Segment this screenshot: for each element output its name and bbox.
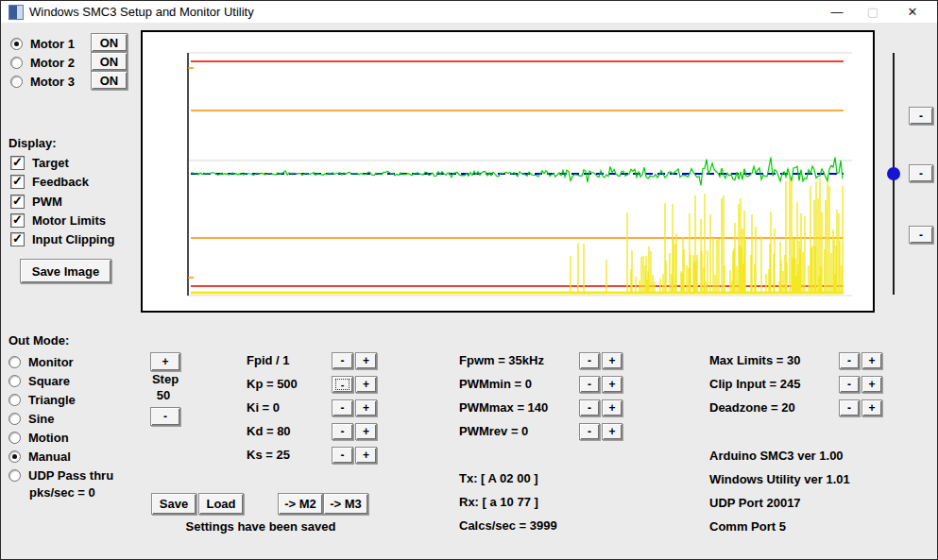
- max-limits-plus-button[interactable]: +: [861, 352, 882, 369]
- rx-readout: Rx: [ a 10 77 ]: [459, 495, 538, 509]
- max-limits-minus-button[interactable]: -: [839, 352, 860, 369]
- slider-minus-button-mid[interactable]: -: [909, 164, 933, 182]
- max-limits-value: Max Limits = 30: [709, 353, 800, 367]
- display-input-clipping-row[interactable]: Input Clipping: [10, 231, 114, 246]
- input-clipping-checkbox[interactable]: [10, 232, 25, 246]
- tx-readout: Tx: [ A 02 00 ]: [459, 471, 538, 485]
- display-motor-limits-row[interactable]: Motor Limits: [10, 212, 106, 228]
- app-window: Windows SMC3 Setup and Monitor Utility —…: [0, 0, 938, 560]
- step-value: 50: [145, 388, 182, 402]
- motor-3-radio[interactable]: [10, 76, 23, 88]
- save-button[interactable]: Save: [151, 493, 196, 515]
- kp-minus-focus-rect: -: [335, 379, 350, 390]
- pwmmax-minus-button[interactable]: -: [579, 399, 600, 416]
- ks-plus-button[interactable]: +: [355, 447, 377, 464]
- monitor-plot-svg: [143, 32, 873, 311]
- feedback-checkbox[interactable]: [10, 175, 25, 189]
- monitor-radio[interactable]: [9, 356, 21, 368]
- fpid-plus-button[interactable]: +: [355, 352, 377, 369]
- out-mode-manual-row[interactable]: Manual: [9, 449, 71, 464]
- udp-pass-thru-label: UDP Pass thru: [28, 468, 113, 483]
- feedback-label: Feedback: [32, 175, 89, 189]
- ki-minus-button[interactable]: -: [332, 399, 353, 416]
- motor-3-radio-row[interactable]: Motor 3: [10, 74, 75, 89]
- ks-minus-button[interactable]: -: [332, 447, 353, 464]
- out-mode-monitor-row[interactable]: Monitor: [9, 354, 74, 369]
- pwmmax-value: PWMmax = 140: [459, 400, 548, 415]
- motor-2-radio[interactable]: [10, 57, 23, 69]
- to-m2-button[interactable]: -> M2: [278, 493, 323, 515]
- kp-minus-button[interactable]: -: [332, 376, 353, 393]
- motor-2-radio-row[interactable]: Motor 2: [10, 55, 75, 70]
- square-label: Square: [28, 374, 70, 388]
- motor-1-radio[interactable]: [10, 38, 23, 50]
- motor-2-on-button[interactable]: ON: [91, 52, 128, 71]
- out-mode-header: Out Mode:: [9, 333, 69, 348]
- step-plus-button[interactable]: +: [150, 352, 180, 371]
- comm-port-text: Comm Port 5: [709, 519, 786, 534]
- sine-label: Sine: [28, 412, 54, 426]
- clip-input-minus-button[interactable]: -: [839, 376, 860, 393]
- display-target-row[interactable]: Target: [10, 155, 69, 170]
- ks-value: Ks = 25: [247, 448, 290, 462]
- clip-input-value: Clip Input = 245: [709, 377, 800, 391]
- load-button[interactable]: Load: [198, 493, 244, 515]
- save-image-button[interactable]: Save Image: [20, 259, 111, 283]
- out-mode-triangle-row[interactable]: Triangle: [9, 392, 76, 407]
- fpwm-minus-button[interactable]: -: [579, 352, 600, 369]
- to-m3-button[interactable]: -> M3: [323, 493, 368, 515]
- motor-1-on-button[interactable]: ON: [91, 33, 128, 52]
- fpwm-value: Fpwm = 35kHz: [459, 353, 544, 367]
- motor-limits-label: Motor Limits: [32, 213, 106, 228]
- scale-slider-thumb[interactable]: [887, 167, 900, 180]
- minimize-button[interactable]: —: [819, 1, 855, 22]
- slider-minus-button-top[interactable]: -: [909, 107, 933, 125]
- windows-utility-version-text: Windows Utility ver 1.01: [709, 472, 850, 486]
- square-radio[interactable]: [9, 375, 21, 387]
- settings-status-text: Settings have been saved: [152, 519, 369, 534]
- pwmmin-value: PWMmin = 0: [459, 377, 532, 391]
- clip-input-plus-button[interactable]: +: [861, 376, 882, 393]
- motion-label: Motion: [28, 431, 69, 445]
- pwmrev-plus-button[interactable]: +: [602, 423, 622, 440]
- close-button[interactable]: ✕: [895, 1, 930, 22]
- fpid-minus-button[interactable]: -: [332, 352, 353, 369]
- target-checkbox[interactable]: [10, 156, 25, 170]
- deadzone-plus-button[interactable]: +: [861, 399, 882, 416]
- motor-1-radio-row[interactable]: Motor 1: [10, 36, 75, 51]
- triangle-radio[interactable]: [9, 394, 21, 406]
- maximize-button[interactable]: ▢: [855, 1, 891, 22]
- out-mode-sine-row[interactable]: Sine: [9, 411, 54, 426]
- step-label: Step: [145, 372, 186, 386]
- step-minus-button[interactable]: -: [150, 407, 180, 426]
- monitor-plot: [141, 30, 875, 313]
- out-mode-udp-row[interactable]: UDP Pass thru: [9, 467, 113, 483]
- deadzone-minus-button[interactable]: -: [839, 399, 860, 416]
- pwmmin-plus-button[interactable]: +: [602, 376, 622, 393]
- pwmrev-minus-button[interactable]: -: [579, 423, 600, 440]
- out-mode-motion-row[interactable]: Motion: [9, 430, 69, 445]
- pks-per-sec-value: pks/sec = 0: [29, 485, 95, 500]
- display-feedback-row[interactable]: Feedback: [10, 174, 89, 189]
- motor-2-label: Motor 2: [30, 56, 75, 70]
- fpwm-plus-button[interactable]: +: [602, 352, 622, 369]
- motor-3-on-button[interactable]: ON: [91, 71, 128, 90]
- deadzone-value: Deadzone = 20: [709, 400, 795, 415]
- display-pwm-row[interactable]: PWM: [10, 194, 62, 209]
- sine-radio[interactable]: [9, 413, 21, 425]
- motion-radio[interactable]: [9, 432, 21, 444]
- out-mode-square-row[interactable]: Square: [9, 373, 70, 388]
- kp-plus-button[interactable]: +: [355, 376, 377, 393]
- pwmmin-minus-button[interactable]: -: [579, 376, 600, 393]
- pwmmax-plus-button[interactable]: +: [602, 399, 622, 416]
- pwm-checkbox[interactable]: [10, 195, 25, 209]
- slider-minus-button-bottom[interactable]: -: [909, 226, 933, 244]
- motor-limits-checkbox[interactable]: [10, 213, 25, 228]
- ki-plus-button[interactable]: +: [355, 399, 377, 416]
- kp-value: Kp = 500: [247, 377, 298, 391]
- udp-pass-thru-radio[interactable]: [9, 469, 21, 482]
- target-label: Target: [32, 156, 69, 170]
- kd-plus-button[interactable]: +: [355, 423, 377, 440]
- kd-minus-button[interactable]: -: [332, 423, 353, 440]
- manual-radio[interactable]: [9, 450, 21, 463]
